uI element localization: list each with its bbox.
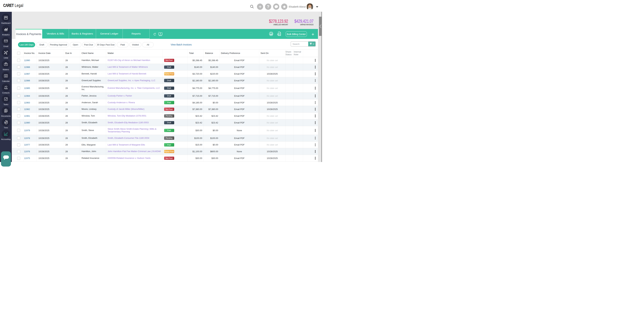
svg-text:30: 30 [5,75,7,77]
svg-text:XLS: XLS [278,34,280,35]
svg-text:$: $ [4,121,6,124]
